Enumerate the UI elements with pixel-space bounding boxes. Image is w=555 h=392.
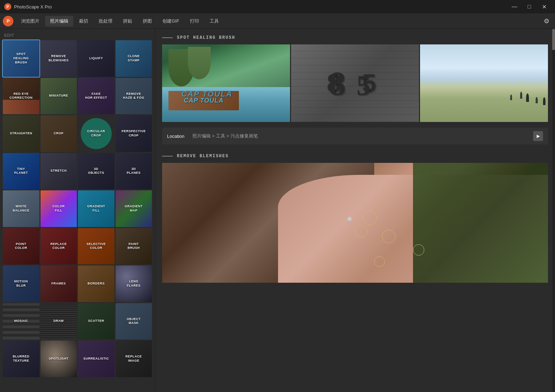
tool-object-mask[interactable]: OBJECTMASK <box>116 303 152 340</box>
panel-label: EDIT <box>1 32 153 40</box>
tool-gradient-map[interactable]: GRADIENTMAP <box>116 190 152 227</box>
menu-items: 浏览图片 照片编辑 裁切 批处理 拼贴 拼图 创建GIF 打印 工具 <box>16 16 541 26</box>
location-path: 照片编辑 > 工具 > 污点修复画笔 <box>192 133 529 139</box>
tool-frames[interactable]: FRAMES <box>41 265 77 302</box>
tool-3d-objects[interactable]: 3DOBJECTS <box>78 153 115 190</box>
tool-straighten[interactable]: STRAIGHTEN <box>3 115 39 152</box>
spot-healing-title: SPOT HEALING BRUSH <box>177 35 235 40</box>
section-line-2 <box>162 156 173 157</box>
tool-perspective-crop[interactable]: PERSPECTIVECROP <box>116 115 152 152</box>
app-icon: P <box>4 3 11 10</box>
app-title: PhotoScape X Pro <box>14 4 505 10</box>
tool-color-fill[interactable]: COLORFILL <box>41 190 77 227</box>
menu-item-browse[interactable]: 浏览图片 <box>16 16 44 26</box>
remove-blemishes-title: REMOVE BLEMISHES <box>177 154 229 159</box>
spot-healing-header: SPOT HEALING BRUSH <box>155 29 555 44</box>
blemishes-image <box>162 163 548 283</box>
tool-clone-stamp[interactable]: CLONESTAMP <box>116 40 152 77</box>
preview-row: CAP TOULA 85 <box>155 44 555 128</box>
menu-item-edit[interactable]: 照片编辑 <box>45 16 73 26</box>
minimize-button[interactable]: — <box>508 0 521 13</box>
play-button[interactable]: ▶ <box>533 131 543 141</box>
tool-spot-healing[interactable]: SPOTHEALINGBRUSH <box>3 40 39 77</box>
preview-numbers: 85 <box>291 44 419 122</box>
menu-bar: P 浏览图片 照片编辑 裁切 批处理 拼贴 拼图 创建GIF 打印 工具 ⚙ <box>0 13 555 29</box>
blemish-circle-2 <box>355 225 368 238</box>
tool-paint-brush[interactable]: PAINTBRUSH <box>116 228 152 265</box>
scrollbar-track[interactable] <box>552 29 555 392</box>
tool-circular-crop[interactable]: CIRCULARCROP <box>78 115 115 152</box>
tool-remove-blemishes[interactable]: REMOVEBLEMISHES <box>41 40 77 77</box>
menu-logo[interactable]: P <box>3 16 13 26</box>
tool-borders[interactable]: BORDERS <box>78 265 115 302</box>
tool-scatter[interactable]: SCATTER <box>78 303 115 340</box>
tool-selective-color[interactable]: SELECTIVECOLOR <box>78 228 115 265</box>
tool-replace-color[interactable]: REPLACECOLOR <box>41 228 77 265</box>
menu-item-crop[interactable]: 裁切 <box>74 16 93 26</box>
title-bar: P PhotoScape X Pro — □ ✕ <box>0 0 555 13</box>
tool-blurred-texture[interactable]: BLURREDTEXTURE <box>3 341 39 377</box>
tool-liquify[interactable]: LIQUIFY <box>78 40 115 77</box>
blemishes-preview <box>162 163 548 283</box>
main-content: EDIT SPOTHEALINGBRUSH REMOVEBLEMISHES LI… <box>0 29 555 392</box>
tool-point-color[interactable]: POINTCOLOR <box>3 228 39 265</box>
location-label: Location <box>167 134 188 139</box>
blemish-circle-4 <box>413 244 424 256</box>
tool-stretch[interactable]: STRETCH <box>41 153 77 190</box>
location-bar: Location 照片编辑 > 工具 > 污点修复画笔 ▶ <box>162 128 548 145</box>
tool-red-eye[interactable]: RED EYECORRECTION <box>3 78 39 115</box>
section-line <box>162 37 173 38</box>
tool-lens-flares[interactable]: LENSFLARES <box>116 265 152 302</box>
menu-item-collage[interactable]: 拼贴 <box>118 16 137 26</box>
tool-miniature[interactable]: MINIATURE <box>41 78 77 115</box>
tool-gradient-fill[interactable]: GRADIENTFILL <box>78 190 115 227</box>
close-button[interactable]: ✕ <box>537 0 551 13</box>
tool-fake-hor[interactable]: FAKEHOR EFFECT <box>78 78 115 115</box>
tool-replace-image[interactable]: REPLACEIMAGE <box>116 341 152 377</box>
menu-item-print[interactable]: 打印 <box>185 16 204 26</box>
tool-grid: SPOTHEALINGBRUSH REMOVEBLEMISHES LIQUIFY… <box>1 40 153 377</box>
tool-3d-planes[interactable]: 3DPLANES <box>116 153 152 190</box>
preview-beach <box>420 44 548 122</box>
tool-remove-haze[interactable]: REMOVEHAZE & FOG <box>116 78 152 115</box>
remove-blemishes-header: REMOVE BLEMISHES <box>155 147 555 163</box>
tool-white-balance[interactable]: WHITEBALANCE <box>3 190 39 227</box>
settings-button[interactable]: ⚙ <box>541 16 552 27</box>
tool-surrealistic[interactable]: SURREALISTIC <box>78 341 115 377</box>
menu-item-gif[interactable]: 创建GIF <box>158 16 184 26</box>
tool-draw[interactable]: DRAW <box>41 303 77 340</box>
scrollbar-thumb[interactable] <box>552 29 555 50</box>
tool-mosaic[interactable]: MOSAIC <box>3 303 39 340</box>
tool-crop[interactable]: CROP <box>41 115 77 152</box>
tool-tiny-planet[interactable]: TINYPLANET <box>3 153 39 190</box>
menu-item-puzzle[interactable]: 拼图 <box>138 16 157 26</box>
left-panel: EDIT SPOTHEALINGBRUSH REMOVEBLEMISHES LI… <box>0 29 155 392</box>
menu-item-batch[interactable]: 批处理 <box>94 16 117 26</box>
tool-motion-blur[interactable]: MOTIONBLUR <box>3 265 39 302</box>
maximize-button[interactable]: □ <box>523 0 536 13</box>
tool-spotlight[interactable]: SPOTLIGHT <box>41 341 77 377</box>
preview-tropical: CAP TOULA <box>162 44 290 122</box>
window-controls: — □ ✕ <box>508 0 551 13</box>
menu-item-tools[interactable]: 工具 <box>205 16 224 26</box>
right-panel: SPOT HEALING BRUSH CAP TOULA 85 <box>155 29 555 392</box>
